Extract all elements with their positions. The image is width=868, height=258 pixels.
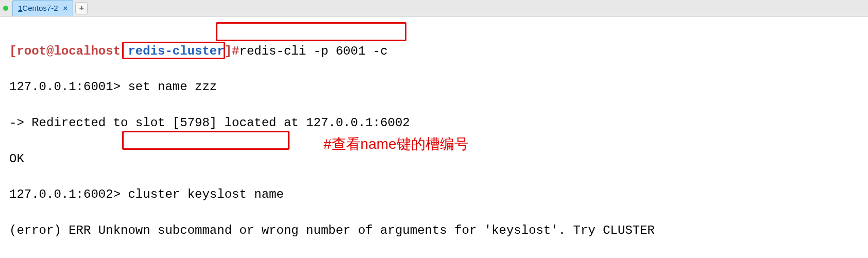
cmd-cluster-keyslost: cluster keyslost name xyxy=(128,187,283,201)
prompt-user-host: [root@localhost xyxy=(9,44,128,58)
new-tab-button[interactable]: + xyxy=(75,2,88,14)
tab-centos7-2[interactable]: 1 Centos7-2 × xyxy=(12,0,73,16)
connection-status-dot xyxy=(3,6,8,11)
prompt-path: redis-cluster xyxy=(128,44,224,58)
tab-bar: 1 Centos7-2 × + xyxy=(0,0,868,16)
annotation-text: #查看name键的槽编号 xyxy=(324,134,469,155)
cmd-redis-cli: redis-cli -p 6001 -c xyxy=(239,44,387,58)
output-redirect: -> Redirected to slot [5798] located at … xyxy=(9,114,859,132)
close-icon[interactable]: × xyxy=(63,3,68,14)
prompt-6002: 127.0.0.1:6002> xyxy=(9,187,128,201)
tab-accelerator: 1 xyxy=(18,3,22,14)
highlight-box-cluster-keyslot xyxy=(122,131,290,150)
prompt-end: ]# xyxy=(225,44,240,58)
highlight-box-redis-cli xyxy=(216,22,406,41)
plus-icon: + xyxy=(79,2,84,14)
prompt-6001: 127.0.0.1:6001> xyxy=(9,80,128,94)
cmd-set-name: set name zzz xyxy=(128,80,217,94)
terminal-output[interactable]: [root@localhost redis-cluster]#redis-cli… xyxy=(0,16,868,258)
tab-title: Centos7-2 xyxy=(22,3,58,14)
output-error: (error) ERR Unknown subcommand or wrong … xyxy=(9,222,859,240)
